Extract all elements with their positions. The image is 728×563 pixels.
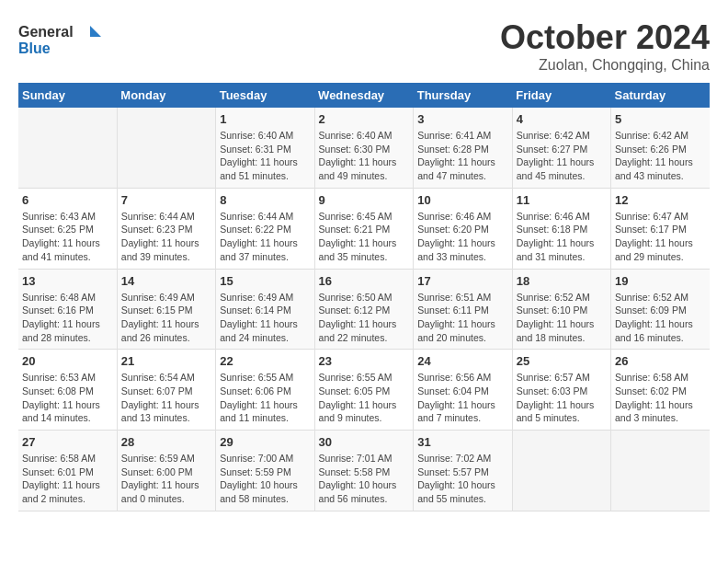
day-number: 6 [22,193,113,207]
day-header-monday: Monday [117,83,215,108]
day-number: 9 [319,193,410,207]
day-number: 5 [615,112,706,126]
day-number: 3 [417,112,507,126]
day-cell: 16Sunrise: 6:50 AMSunset: 6:12 PMDayligh… [314,269,414,350]
day-info: Sunrise: 6:45 AMSunset: 6:21 PMDaylight:… [319,210,410,264]
day-cell: 4Sunrise: 6:42 AMSunset: 6:27 PMDaylight… [512,108,610,188]
day-number: 26 [615,354,706,368]
day-cell: 7Sunrise: 6:44 AMSunset: 6:23 PMDaylight… [117,188,215,269]
week-row-1: 1Sunrise: 6:40 AMSunset: 6:31 PMDaylight… [18,108,710,188]
day-cell: 20Sunrise: 6:53 AMSunset: 6:08 PMDayligh… [18,350,117,431]
day-info: Sunrise: 6:59 AMSunset: 6:00 PMDaylight:… [121,452,211,506]
day-number: 13 [22,274,113,288]
day-number: 7 [121,193,211,207]
day-number: 4 [517,112,607,126]
month-title: October 2024 [500,18,710,57]
day-number: 27 [22,435,113,449]
day-number: 8 [220,193,310,207]
day-number: 20 [22,354,113,368]
day-cell: 25Sunrise: 6:57 AMSunset: 6:03 PMDayligh… [512,350,610,431]
day-cell: 12Sunrise: 6:47 AMSunset: 6:17 PMDayligh… [611,188,711,269]
day-info: Sunrise: 6:48 AMSunset: 6:16 PMDaylight:… [22,291,113,345]
day-info: Sunrise: 6:44 AMSunset: 6:22 PMDaylight:… [220,210,310,264]
calendar-table: SundayMondayTuesdayWednesdayThursdayFrid… [18,83,710,511]
day-cell: 15Sunrise: 6:49 AMSunset: 6:14 PMDayligh… [216,269,314,350]
day-cell [117,108,215,188]
day-cell: 28Sunrise: 6:59 AMSunset: 6:00 PMDayligh… [117,431,215,511]
day-info: Sunrise: 6:46 AMSunset: 6:20 PMDaylight:… [417,210,507,264]
day-info: Sunrise: 6:47 AMSunset: 6:17 PMDaylight:… [615,210,706,264]
day-info: Sunrise: 6:52 AMSunset: 6:09 PMDaylight:… [615,291,706,345]
day-info: Sunrise: 6:40 AMSunset: 6:30 PMDaylight:… [319,129,410,183]
day-info: Sunrise: 6:42 AMSunset: 6:27 PMDaylight:… [517,129,607,183]
day-number: 12 [615,193,706,207]
day-cell [611,431,711,511]
day-info: Sunrise: 6:56 AMSunset: 6:04 PMDaylight:… [417,371,507,425]
day-number: 18 [517,274,607,288]
day-cell: 13Sunrise: 6:48 AMSunset: 6:16 PMDayligh… [18,269,117,350]
week-row-3: 13Sunrise: 6:48 AMSunset: 6:16 PMDayligh… [18,269,710,350]
day-info: Sunrise: 6:52 AMSunset: 6:10 PMDaylight:… [517,291,607,345]
day-cell: 24Sunrise: 6:56 AMSunset: 6:04 PMDayligh… [414,350,512,431]
logo: General Blue [18,18,101,60]
day-info: Sunrise: 6:55 AMSunset: 6:06 PMDaylight:… [220,371,310,425]
day-cell: 5Sunrise: 6:42 AMSunset: 6:26 PMDaylight… [611,108,711,188]
day-number: 23 [319,354,410,368]
day-info: Sunrise: 7:01 AMSunset: 5:58 PMDaylight:… [319,452,410,506]
day-info: Sunrise: 6:49 AMSunset: 6:15 PMDaylight:… [121,291,211,345]
day-cell: 14Sunrise: 6:49 AMSunset: 6:15 PMDayligh… [117,269,215,350]
day-number: 15 [220,274,310,288]
day-info: Sunrise: 7:02 AMSunset: 5:57 PMDaylight:… [417,452,507,506]
day-cell: 31Sunrise: 7:02 AMSunset: 5:57 PMDayligh… [414,431,512,511]
day-info: Sunrise: 6:50 AMSunset: 6:12 PMDaylight:… [319,291,410,345]
day-number: 21 [121,354,211,368]
day-cell: 26Sunrise: 6:58 AMSunset: 6:02 PMDayligh… [611,350,711,431]
day-number: 11 [517,193,607,207]
location: Zuolan, Chongqing, China [500,57,710,74]
day-cell: 10Sunrise: 6:46 AMSunset: 6:20 PMDayligh… [414,188,512,269]
day-info: Sunrise: 6:49 AMSunset: 6:14 PMDaylight:… [220,291,310,345]
day-cell [18,108,117,188]
day-info: Sunrise: 6:41 AMSunset: 6:28 PMDaylight:… [417,129,507,183]
day-cell: 21Sunrise: 6:54 AMSunset: 6:07 PMDayligh… [117,350,215,431]
day-number: 28 [121,435,211,449]
day-cell: 22Sunrise: 6:55 AMSunset: 6:06 PMDayligh… [216,350,314,431]
svg-marker-2 [90,26,101,37]
week-row-2: 6Sunrise: 6:43 AMSunset: 6:25 PMDaylight… [18,188,710,269]
day-header-thursday: Thursday [414,83,512,108]
day-cell: 27Sunrise: 6:58 AMSunset: 6:01 PMDayligh… [18,431,117,511]
day-info: Sunrise: 6:46 AMSunset: 6:18 PMDaylight:… [517,210,607,264]
week-row-5: 27Sunrise: 6:58 AMSunset: 6:01 PMDayligh… [18,431,710,511]
svg-text:Blue: Blue [18,40,51,56]
day-number: 25 [517,354,607,368]
day-info: Sunrise: 6:44 AMSunset: 6:23 PMDaylight:… [121,210,211,264]
week-row-4: 20Sunrise: 6:53 AMSunset: 6:08 PMDayligh… [18,350,710,431]
day-header-saturday: Saturday [611,83,711,108]
day-info: Sunrise: 6:53 AMSunset: 6:08 PMDaylight:… [22,371,113,425]
svg-text:General: General [18,24,74,40]
day-number: 1 [220,112,310,126]
day-number: 14 [121,274,211,288]
day-info: Sunrise: 6:51 AMSunset: 6:11 PMDaylight:… [417,291,507,345]
day-cell: 1Sunrise: 6:40 AMSunset: 6:31 PMDaylight… [216,108,314,188]
day-info: Sunrise: 6:40 AMSunset: 6:31 PMDaylight:… [220,129,310,183]
day-number: 30 [319,435,410,449]
day-header-tuesday: Tuesday [216,83,314,108]
day-cell: 11Sunrise: 6:46 AMSunset: 6:18 PMDayligh… [512,188,610,269]
day-info: Sunrise: 6:42 AMSunset: 6:26 PMDaylight:… [615,129,706,183]
day-number: 19 [615,274,706,288]
day-cell [512,431,610,511]
day-cell: 9Sunrise: 6:45 AMSunset: 6:21 PMDaylight… [314,188,414,269]
day-cell: 30Sunrise: 7:01 AMSunset: 5:58 PMDayligh… [314,431,414,511]
header-row: SundayMondayTuesdayWednesdayThursdayFrid… [18,83,710,108]
day-info: Sunrise: 7:00 AMSunset: 5:59 PMDaylight:… [220,452,310,506]
day-number: 10 [417,193,507,207]
day-cell: 6Sunrise: 6:43 AMSunset: 6:25 PMDaylight… [18,188,117,269]
day-number: 22 [220,354,310,368]
day-number: 16 [319,274,410,288]
day-info: Sunrise: 6:58 AMSunset: 6:01 PMDaylight:… [22,452,113,506]
day-cell: 17Sunrise: 6:51 AMSunset: 6:11 PMDayligh… [414,269,512,350]
day-cell: 3Sunrise: 6:41 AMSunset: 6:28 PMDaylight… [414,108,512,188]
day-info: Sunrise: 6:57 AMSunset: 6:03 PMDaylight:… [517,371,607,425]
title-area: October 2024 Zuolan, Chongqing, China [500,18,710,74]
